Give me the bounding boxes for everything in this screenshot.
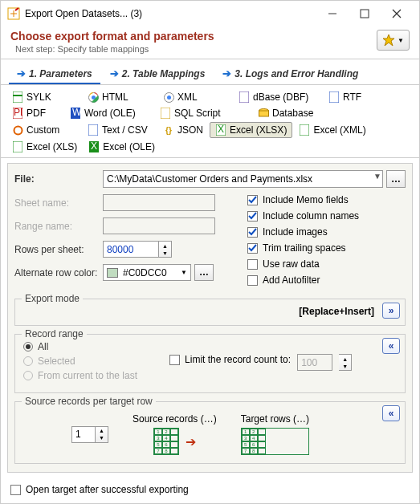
tabs: ➔1. Parameters ➔2. Table Mappings ➔3. Lo… <box>1 59 419 85</box>
gear-icon <box>12 124 23 136</box>
format-json[interactable]: {}JSON <box>158 122 208 138</box>
format-excel-ole[interactable]: XExcel (OLE) <box>84 140 160 154</box>
option-autof[interactable]: Add Autofilter <box>247 274 406 286</box>
option-trim[interactable]: Trim trailing spaces <box>247 242 406 254</box>
json-icon: {} <box>163 124 174 136</box>
page-subtitle: Next step: Specify table mappings <box>15 44 377 54</box>
expand-button[interactable]: » <box>382 303 400 319</box>
maximize-button[interactable] <box>349 2 381 25</box>
format-sql[interactable]: SQL Script <box>155 106 251 120</box>
parameters-panel: File: C:\MyData\Customer Orders and Paym… <box>7 163 413 473</box>
range-name-input[interactable] <box>103 217 215 234</box>
per-row-stepper[interactable]: ▲▼ <box>96 426 108 443</box>
format-dbase[interactable]: dBase (DBF) <box>234 90 322 104</box>
svg-rect-22 <box>88 124 98 136</box>
svg-rect-33 <box>248 259 258 269</box>
tab-parameters[interactable]: ➔1. Parameters <box>9 64 100 84</box>
collapse-button[interactable]: « <box>382 405 400 421</box>
radio-all[interactable]: All <box>23 341 137 352</box>
tab-table-mappings[interactable]: ➔2. Table Mappings <box>102 64 214 84</box>
titlebar: Export Open Datasets... (3) <box>1 1 419 26</box>
checkbox-icon <box>247 259 258 270</box>
format-sylk[interactable]: SYLK <box>7 90 81 104</box>
svg-rect-36 <box>11 485 21 494</box>
format-pdf[interactable]: PDFPDF <box>7 106 63 120</box>
svg-rect-35 <box>170 355 180 364</box>
radio-from-current[interactable]: From current to the last <box>23 370 137 381</box>
format-rtf[interactable]: RTF <box>324 90 380 104</box>
rows-stepper[interactable]: ▲▼ <box>159 241 172 258</box>
svg-rect-2 <box>361 10 369 18</box>
header: Choose export format and parameters Next… <box>1 26 419 59</box>
checkbox-icon <box>247 275 258 286</box>
page-title: Choose export format and parameters <box>10 30 377 43</box>
option-cols[interactable]: Include column names <box>247 210 406 222</box>
favorites-button[interactable]: ▼ <box>377 30 410 51</box>
radio-icon <box>23 342 33 352</box>
svg-point-21 <box>14 126 22 134</box>
option-label: Include images <box>263 226 328 238</box>
db-icon <box>258 108 269 119</box>
svg-text:W: W <box>72 108 80 118</box>
format-label: HTML <box>102 91 128 103</box>
sheet-name-input[interactable] <box>103 194 215 211</box>
format-excel-xls[interactable]: Excel (XLS) <box>7 140 82 154</box>
export-mode-value: [Replace+Insert] <box>23 306 397 317</box>
option-raw[interactable]: Use raw data <box>247 258 406 270</box>
pdf-icon: PDF <box>12 108 23 119</box>
format-excel-xlsx[interactable]: XExcel (XLSX) <box>210 122 292 138</box>
open-after-checkbox[interactable]: Open target after successful exporting <box>1 478 419 502</box>
format-html[interactable]: HTML <box>83 90 157 104</box>
alt-color-value: #C0DCC0 <box>123 267 167 278</box>
radio-selected[interactable]: Selected <box>23 356 137 367</box>
limit-input[interactable] <box>297 354 332 371</box>
open-after-label: Open target after successful exporting <box>26 484 189 495</box>
collapse-button[interactable]: « <box>382 338 400 354</box>
radio-label: Selected <box>38 356 75 367</box>
checkbox-icon <box>10 485 21 495</box>
per-row-input[interactable] <box>71 426 96 443</box>
word-icon: W <box>70 108 81 119</box>
option-memo[interactable]: Include Memo fields <box>247 194 406 205</box>
tab-logs[interactable]: ➔3. Logs and Error Handling <box>214 64 366 84</box>
format-custom[interactable]: Custom <box>7 122 81 138</box>
alt-color-picker-button[interactable]: … <box>194 264 214 281</box>
file-browse-button[interactable]: … <box>386 170 406 188</box>
sql-icon <box>160 108 171 119</box>
alt-color-label: Alternate row color: <box>14 267 103 278</box>
close-button[interactable] <box>381 2 413 25</box>
src-records-label: Source records (…) <box>133 413 217 425</box>
svg-rect-34 <box>248 275 258 285</box>
format-word-ole[interactable]: WWord (OLE) <box>65 106 153 120</box>
format-xml[interactable]: XML <box>158 90 232 104</box>
radio-label: From current to the last <box>38 370 137 381</box>
arrow-icon: ➔ <box>222 67 231 79</box>
svg-rect-18 <box>161 108 170 119</box>
svg-marker-5 <box>383 35 394 46</box>
rows-per-sheet-input[interactable] <box>103 241 159 258</box>
format-database[interactable]: Database <box>253 106 349 120</box>
tgt-rows-label: Target rows (…) <box>241 413 309 425</box>
file-combo[interactable]: C:\MyData\Customer Orders and Payments.x… <box>103 170 383 188</box>
limit-stepper[interactable]: ▲▼ <box>339 354 352 371</box>
checkbox-icon <box>247 227 258 238</box>
record-range-group: Record range « All Selected From current… <box>14 334 406 393</box>
format-grid: SYLK HTML XML dBase (DBF) RTF PDFPDF WWo… <box>1 85 419 158</box>
format-label: SYLK <box>27 91 51 103</box>
limit-checkbox[interactable]: Limit the record count to: <box>169 354 291 365</box>
chrome-icon <box>88 91 99 103</box>
option-label: Add Autofilter <box>263 274 320 286</box>
format-text-csv[interactable]: Text / CSV <box>83 122 157 138</box>
option-label: Include column names <box>263 210 359 222</box>
format-label: dBase (DBF) <box>253 91 308 103</box>
excel-icon: X <box>215 124 226 136</box>
format-excel-xml[interactable]: Excel (XML) <box>294 122 370 138</box>
chevron-down-icon: ▼ <box>398 37 404 44</box>
chevron-down-icon: ▼ <box>181 269 187 276</box>
app-icon <box>7 7 20 20</box>
svg-text:X: X <box>91 141 97 152</box>
minimize-button[interactable] <box>316 2 349 25</box>
alt-color-combo[interactable]: #C0DCC0 ▼ <box>103 264 191 281</box>
option-images[interactable]: Include images <box>247 226 406 238</box>
arrow-icon: ➔ <box>17 67 26 79</box>
